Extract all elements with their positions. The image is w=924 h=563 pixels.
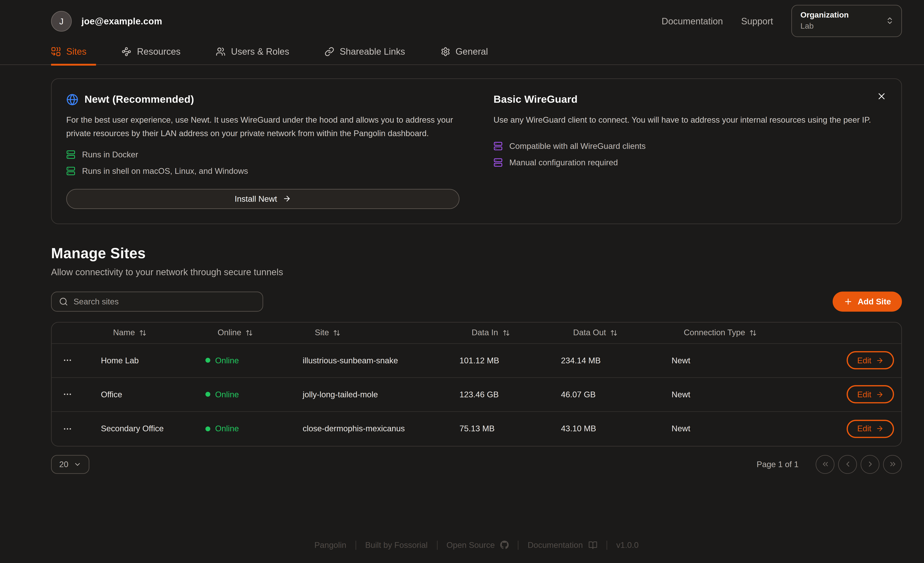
install-newt-button[interactable]: Install Newt bbox=[66, 189, 459, 209]
user-email: joe@example.com bbox=[81, 16, 162, 26]
data-out: 43.10 MB bbox=[561, 424, 672, 433]
arrow-right-icon bbox=[876, 356, 884, 364]
table-controls: Add Site bbox=[51, 292, 902, 311]
data-in: 123.46 GB bbox=[459, 390, 561, 399]
waypoints-icon bbox=[122, 46, 132, 56]
site-slug: illustrious-sunbeam-snake bbox=[303, 356, 460, 365]
site-name: Home Lab bbox=[101, 356, 206, 365]
close-icon[interactable] bbox=[874, 89, 889, 104]
ellipsis-icon bbox=[63, 389, 72, 399]
edit-button[interactable]: Edit bbox=[847, 385, 894, 404]
previous-page-button[interactable] bbox=[838, 455, 857, 473]
wireguard-title: Basic WireGuard bbox=[494, 93, 578, 106]
status-badge: Online bbox=[206, 424, 303, 433]
tab-users-roles[interactable]: Users & Roles bbox=[206, 46, 299, 64]
row-menu-button[interactable] bbox=[52, 424, 101, 434]
data-in: 75.13 MB bbox=[459, 424, 561, 433]
organization-label: Organization bbox=[800, 10, 849, 21]
tab-label: Resources bbox=[137, 46, 180, 57]
sites-table: Name Online Site Data In Data Out bbox=[51, 322, 902, 446]
status-badge: Online bbox=[206, 390, 303, 399]
server-icon bbox=[66, 150, 75, 159]
connection-methods-card: Newt (Recommended) For the best user exp… bbox=[51, 78, 902, 224]
column-header-site[interactable]: Site bbox=[303, 328, 460, 337]
footer-divider bbox=[518, 541, 519, 550]
add-site-button[interactable]: Add Site bbox=[833, 292, 902, 311]
page-subtitle: Allow connectivity to your network throu… bbox=[51, 267, 902, 277]
footer-documentation-link[interactable]: Documentation bbox=[528, 541, 597, 550]
tab-label: Sites bbox=[66, 46, 87, 57]
search-icon bbox=[59, 297, 68, 306]
sort-icon bbox=[246, 329, 253, 336]
newt-feature: Runs in Docker bbox=[66, 150, 459, 159]
footer-built-by: Built by Fossorial bbox=[365, 541, 428, 550]
newt-section: Newt (Recommended) For the best user exp… bbox=[66, 93, 459, 209]
table-header-row: Name Online Site Data In Data Out bbox=[52, 322, 902, 344]
server-icon bbox=[494, 158, 502, 167]
search-input[interactable] bbox=[74, 297, 255, 306]
tab-resources[interactable]: Resources bbox=[112, 46, 190, 64]
top-nav: Documentation Support Organization Lab bbox=[662, 5, 902, 37]
tab-general[interactable]: General bbox=[430, 46, 498, 64]
next-page-button[interactable] bbox=[861, 455, 879, 473]
arrow-right-icon bbox=[876, 391, 884, 398]
page-info: Page 1 of 1 bbox=[757, 460, 798, 469]
column-header-connection-type[interactable]: Connection Type bbox=[672, 328, 811, 337]
chevrons-up-down-icon bbox=[885, 16, 894, 25]
connection-type: Newt bbox=[672, 356, 811, 365]
column-header-online[interactable]: Online bbox=[206, 328, 303, 337]
tab-sites[interactable]: Sites bbox=[51, 46, 96, 64]
nav-support-link[interactable]: Support bbox=[741, 16, 773, 26]
site-slug: close-dermophis-mexicanus bbox=[303, 424, 460, 433]
online-dot-icon bbox=[206, 392, 210, 397]
page-title: Manage Sites bbox=[51, 244, 902, 262]
tab-shareable-links[interactable]: Shareable Links bbox=[315, 46, 415, 64]
users-icon bbox=[216, 46, 226, 56]
wireguard-description: Use any WireGuard client to connect. You… bbox=[494, 114, 887, 127]
globe-icon bbox=[66, 93, 78, 106]
sort-icon bbox=[749, 329, 757, 336]
page-size-selector[interactable]: 20 bbox=[51, 455, 89, 473]
pagination-bar: 20 Page 1 of 1 bbox=[51, 455, 902, 473]
feature-text: Runs in shell on macOS, Linux, and Windo… bbox=[82, 166, 248, 175]
edit-button[interactable]: Edit bbox=[847, 420, 894, 438]
site-name: Office bbox=[101, 390, 206, 399]
sort-icon bbox=[502, 329, 510, 336]
feature-text: Manual configuration required bbox=[509, 158, 618, 167]
column-header-data-in[interactable]: Data In bbox=[459, 328, 561, 337]
footer-divider bbox=[436, 541, 437, 550]
online-dot-icon bbox=[206, 426, 210, 431]
newt-feature: Runs in shell on macOS, Linux, and Windo… bbox=[66, 166, 459, 175]
edit-button[interactable]: Edit bbox=[847, 351, 894, 370]
first-page-button[interactable] bbox=[816, 455, 834, 473]
column-header-data-out[interactable]: Data Out bbox=[561, 328, 672, 337]
sites-icon bbox=[51, 46, 61, 56]
tab-label: Shareable Links bbox=[340, 46, 405, 57]
link-icon bbox=[324, 46, 334, 56]
tab-label: General bbox=[456, 46, 488, 57]
connection-type: Newt bbox=[672, 390, 811, 399]
data-out: 46.07 GB bbox=[561, 390, 672, 399]
chevron-left-icon bbox=[843, 460, 852, 469]
last-page-button[interactable] bbox=[883, 455, 902, 473]
footer-version: v1.0.0 bbox=[616, 541, 639, 550]
online-dot-icon bbox=[206, 358, 210, 363]
footer-open-source-link[interactable]: Open Source bbox=[447, 541, 509, 550]
row-menu-button[interactable] bbox=[52, 356, 101, 365]
arrow-right-icon bbox=[282, 195, 291, 203]
sort-icon bbox=[333, 329, 340, 336]
row-menu-button[interactable] bbox=[52, 389, 101, 399]
tab-label: Users & Roles bbox=[231, 46, 289, 57]
organization-selector[interactable]: Organization Lab bbox=[791, 5, 902, 37]
chevrons-right-icon bbox=[888, 460, 897, 469]
status-badge: Online bbox=[206, 356, 303, 365]
ellipsis-icon bbox=[63, 424, 72, 434]
github-icon bbox=[500, 541, 509, 550]
avatar[interactable]: J bbox=[51, 11, 72, 31]
feature-text: Compatible with all WireGuard clients bbox=[509, 141, 646, 151]
nav-documentation-link[interactable]: Documentation bbox=[662, 16, 723, 26]
connection-type: Newt bbox=[672, 424, 811, 433]
newt-description: For the best user experience, use Newt. … bbox=[66, 114, 459, 140]
column-header-name[interactable]: Name bbox=[101, 328, 206, 337]
organization-value: Lab bbox=[800, 21, 849, 31]
